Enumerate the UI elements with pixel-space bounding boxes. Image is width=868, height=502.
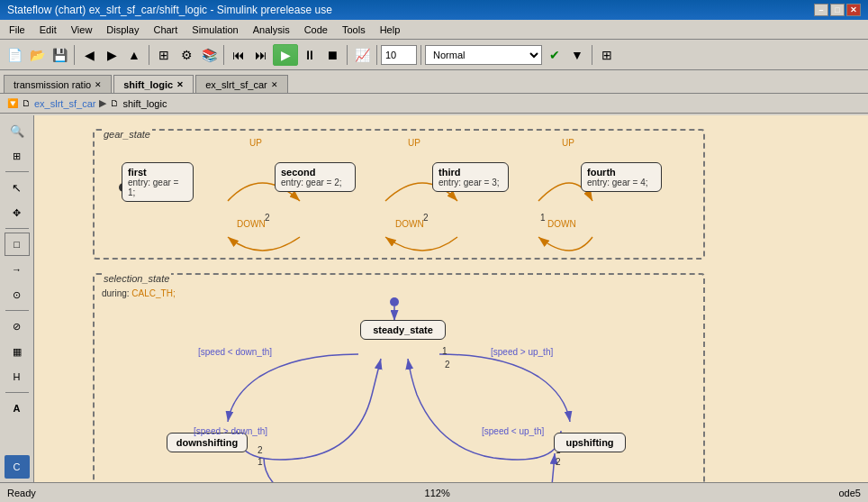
sidebar-sep4 (5, 392, 29, 393)
tabs: transmission ratio ✕ shift_logic ✕ ex_sl… (0, 70, 868, 94)
tab-shift-logic[interactable]: shift_logic ✕ (113, 75, 194, 93)
menu-chart[interactable]: Chart (148, 23, 183, 37)
breadcrumb-root[interactable]: ex_slrt_sf_car (34, 98, 95, 109)
state-third-action: entry: gear = 3; (439, 178, 500, 187)
transition-label-speed-up-th: [speed > up_th] (491, 347, 553, 357)
up-btn[interactable]: ▲ (123, 44, 145, 66)
check-tools: ✔ ▼ (544, 44, 588, 66)
menu-view[interactable]: View (66, 23, 98, 37)
state-steady[interactable]: steady_state (360, 320, 446, 340)
state-second[interactable]: second entry: gear = 2; (275, 162, 356, 192)
state-first-action: entry: gear = 1; (128, 178, 178, 197)
sep7 (592, 45, 592, 65)
transition-tool-btn[interactable]: → (5, 258, 30, 281)
state-fourth-action: entry: gear = 4; (587, 178, 648, 187)
state-upshifting-name: upshifting (560, 437, 619, 448)
menu-help[interactable]: Help (375, 23, 406, 37)
state-third[interactable]: third entry: gear = 3; (432, 162, 509, 192)
state-fourth-name: fourth (587, 167, 656, 178)
sidebar: 🔍 ⊞ ↖ ✥ □ → ⊙ ⊘ ▦ H A C (0, 115, 34, 482)
config-btn[interactable]: ⚙ (176, 44, 197, 66)
select-tool-btn[interactable]: ↖ (5, 176, 30, 199)
sim-tools: ⊞ ⚙ 📚 (153, 44, 220, 66)
menu-edit[interactable]: Edit (34, 23, 62, 37)
state-second-action: entry: gear = 2; (281, 178, 342, 187)
breadcrumb-current: shift_logic (122, 98, 167, 109)
menu-code[interactable]: Code (299, 23, 333, 37)
during-label: during: CALC_TH; (102, 288, 176, 298)
zoom-tool-btn[interactable]: 🔍 (5, 119, 30, 142)
model-btn[interactable]: ⊞ (153, 44, 175, 66)
zoom-region-btn[interactable]: ⊞ (5, 144, 30, 168)
transition-label-speed-lt-up: [speed < up_th] (482, 426, 544, 436)
sim-mode-dropdown[interactable]: Normal Accelerator Rapid Accelerator (425, 45, 542, 65)
nav-tools: ◀ ▶ ▲ (78, 44, 145, 66)
window-controls: – □ ✕ (814, 4, 861, 16)
forward-btn[interactable]: ▶ (101, 44, 122, 66)
back-btn[interactable]: ◀ (78, 44, 100, 66)
scope-btn[interactable]: 📈 (351, 44, 373, 66)
open-btn[interactable]: 📂 (26, 44, 48, 66)
library-btn[interactable]: 📚 (198, 44, 220, 66)
maximize-button[interactable]: □ (830, 4, 845, 16)
tab-shift-logic-close[interactable]: ✕ (176, 80, 184, 89)
menu-analysis[interactable]: Analysis (248, 23, 295, 37)
down-label-1: DOWN (237, 219, 266, 229)
tab-transmission-label: transmission ratio (14, 79, 91, 90)
status-bar: Ready 112% ode5 (0, 482, 868, 502)
add-table-btn[interactable]: ▦ (5, 340, 30, 363)
simulate-btn[interactable]: C (5, 455, 30, 479)
status-solver: ode5 (839, 488, 861, 498)
menu-tools[interactable]: Tools (337, 23, 371, 37)
menu-bar: File Edit View Display Chart Simulation … (0, 20, 868, 40)
state-steady-name: steady_state (366, 324, 439, 335)
up-label-2: UP (408, 138, 420, 148)
file-tools: 📄 📂 💾 (4, 44, 70, 66)
canvas-area[interactable]: 2 2 1 1 2 2 1 1 2 gear_state UP UP UP DO… (34, 115, 868, 482)
text-btn[interactable]: A (5, 397, 30, 420)
close-button[interactable]: ✕ (846, 4, 861, 16)
new-btn[interactable]: 📄 (4, 44, 25, 66)
add-note-btn[interactable]: ⊘ (5, 315, 30, 338)
down-label-2: DOWN (395, 219, 424, 229)
save-btn[interactable]: 💾 (49, 44, 70, 66)
state-first[interactable]: first entry: gear = 1; (122, 162, 194, 202)
state-downshifting-name: downshifting (173, 437, 241, 448)
check-btn[interactable]: ✔ (544, 44, 565, 66)
stop-btn[interactable]: ⏹ (321, 44, 343, 66)
toolbar: 📄 📂 💾 ◀ ▶ ▲ ⊞ ⚙ 📚 ⏮ ⏭ ▶ ⏸ ⏹ 📈 Normal Acc… (0, 40, 868, 70)
up-label-1: UP (249, 138, 262, 148)
sep5 (376, 45, 377, 65)
sep2 (149, 45, 149, 65)
history-tool-btn[interactable]: ⊙ (5, 283, 30, 306)
debug-btn[interactable]: ⊞ (596, 44, 618, 66)
add-history-btn[interactable]: H (5, 365, 30, 388)
menu-file[interactable]: File (4, 23, 31, 37)
menu-simulation[interactable]: Simulation (186, 23, 243, 37)
state-fourth[interactable]: fourth entry: gear = 4; (581, 162, 662, 192)
tab-transmission[interactable]: transmission ratio ✕ (4, 75, 112, 93)
selection-state-label: selection_state (102, 273, 171, 284)
state-second-name: second (281, 167, 349, 178)
during-calc: CALC_TH; (131, 288, 175, 298)
step-back-btn[interactable]: ⏮ (228, 44, 249, 66)
tab-ex-car[interactable]: ex_slrt_sf_car ✕ (195, 75, 287, 93)
tab-shift-logic-label: shift_logic (123, 79, 173, 90)
state-tool-btn[interactable]: □ (5, 233, 30, 256)
step-btn[interactable]: ⏭ (250, 44, 272, 66)
run-btn[interactable]: ▶ (273, 44, 298, 66)
state-upshifting[interactable]: upshifting (554, 433, 626, 452)
tab-ex-car-close[interactable]: ✕ (271, 80, 278, 89)
sidebar-sep1 (5, 171, 29, 172)
pan-tool-btn[interactable]: ✥ (5, 201, 30, 224)
tab-transmission-close[interactable]: ✕ (95, 80, 102, 89)
sidebar-sep2 (5, 228, 29, 229)
gear-state-box: gear_state UP UP UP DOWN DOWN DOWN first… (93, 129, 705, 260)
menu-display[interactable]: Display (101, 23, 144, 37)
sim-time-input[interactable] (381, 45, 417, 65)
check-dropdown[interactable]: ▼ (566, 44, 588, 66)
pause-btn[interactable]: ⏸ (299, 44, 321, 66)
sep1 (74, 45, 75, 65)
minimize-button[interactable]: – (814, 4, 828, 16)
state-first-name: first (128, 167, 187, 178)
